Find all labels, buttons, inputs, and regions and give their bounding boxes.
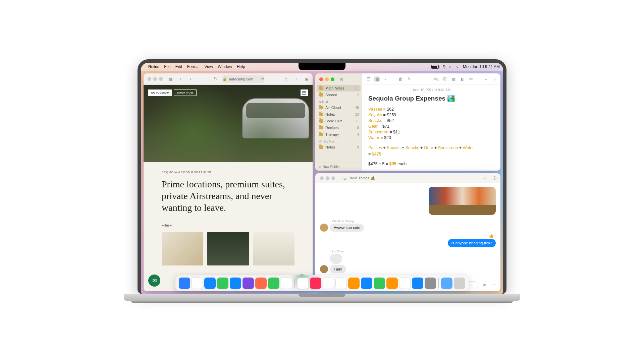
list-view-icon[interactable]: ☰ [366,76,371,82]
formula-division: $475 ÷ 5 = $95 each [368,162,494,166]
dock-app-icon[interactable] [297,278,309,289]
sidebar-toggle-icon[interactable]: ▤ [338,76,344,82]
sent-photo[interactable] [429,187,496,215]
back-button[interactable]: ‹ [177,75,184,83]
dock-app-icon[interactable] [374,278,385,289]
battery-status[interactable] [431,65,439,69]
dock-app-icon[interactable] [348,278,360,289]
link-icon[interactable]: ⚯ [468,76,474,82]
folder-shared[interactable]: Shared2 [315,92,362,98]
messages-header: To: Wild Things 🏕️ ▭ ⓘ [315,173,500,183]
more-icon[interactable]: » [483,76,488,82]
tabs-icon[interactable]: ▣ [303,75,310,83]
expense-line: Kayaks = $259 [368,113,494,117]
folder-recipes[interactable]: Recipes8 [315,124,362,131]
expense-line: Gear = $71 [368,124,494,129]
url-bar[interactable]: 🔒 autocamp.com ⟳ [222,75,265,83]
dock-app-icon[interactable] [425,278,436,289]
listing-thumb[interactable] [253,232,294,265]
share-icon[interactable]: ⇪ [282,75,290,83]
media-icon[interactable]: ◧ [460,76,465,82]
dock-app-icon[interactable] [361,278,372,289]
new-tab-icon[interactable]: + [292,75,300,83]
new-folder-button[interactable]: ⊕New Folder [315,163,362,171]
incoming-image[interactable] [330,254,342,264]
dock-app-icon[interactable] [441,278,452,289]
menu-file[interactable]: File [164,64,170,69]
dock-app-icon[interactable] [192,278,203,289]
listing-thumb[interactable] [207,232,249,265]
reload-icon[interactable]: ⟳ [261,77,264,81]
dock-app-icon[interactable] [323,278,334,289]
menu-help[interactable]: Help [237,64,245,69]
dock-app-icon[interactable] [386,278,398,289]
dock-app-icon[interactable] [399,278,411,289]
menubar-clock[interactable]: Mon Jun 10 9:41 AM [463,64,500,69]
menu-format[interactable]: Format [187,64,200,69]
menu-window[interactable]: Window [218,64,232,69]
dock-app-icon[interactable] [217,278,228,289]
trash-icon[interactable]: 🗑 [398,76,403,82]
menu-view[interactable]: View [204,64,213,69]
window-controls[interactable] [318,77,336,81]
menu-edit[interactable]: Edit [175,64,182,69]
conversation-name[interactable]: Wild Things 🏕️ [350,176,375,180]
chat-fab[interactable]: ✉ [148,275,160,287]
control-center-icon[interactable]: ⌥ [455,64,460,69]
incoming-message[interactable]: I am! [330,265,346,273]
folder-icon [319,119,323,123]
expense-line: Water = $20 [368,135,494,140]
dock-app-icon[interactable] [179,278,190,289]
folder-local-notes[interactable]: Notes9 [315,144,362,150]
dock-app-icon[interactable] [204,278,216,289]
folder-icon [319,106,323,109]
window-controls[interactable] [319,176,336,180]
dock-app-icon[interactable] [412,278,423,289]
hamburger-menu[interactable] [301,89,308,96]
spotlight-icon[interactable]: ⌕ [449,64,451,69]
dock-app-icon[interactable] [255,278,267,289]
info-icon[interactable]: ⓘ [492,176,497,181]
window-controls[interactable] [146,77,164,81]
audio-message-icon[interactable]: 〰 [490,283,497,288]
wifi-icon[interactable]: ⚲ [443,64,446,69]
site-logo[interactable]: AUTOCAMP [148,89,172,96]
folder-therapy[interactable]: Therapy4 [315,131,362,138]
incoming-message[interactable]: Awww soo cute [330,224,364,232]
tapback-reaction[interactable]: 👍 [489,234,494,238]
message-list[interactable]: Christine Huang Awww soo cute 👍 Is anyon… [315,183,500,279]
folder-all-icloud[interactable]: All iCloud46 [315,104,362,111]
dock-app-icon[interactable] [335,278,347,289]
dock-app-icon[interactable] [281,278,292,289]
grid-view-icon[interactable]: ▦ [374,76,380,82]
search-icon[interactable]: ⌕ [492,76,497,82]
note-content[interactable]: June 10, 2024 at 9:41 AM Sequoia Group E… [362,85,500,170]
folder-icon [319,126,323,129]
dock-app-icon[interactable] [230,278,241,289]
folder-book-club[interactable]: Book Club11 [315,118,362,124]
table-icon[interactable]: ▦ [451,76,456,82]
plus-circle-icon: ⊕ [319,165,321,169]
checklist-icon[interactable]: ☑ [442,76,447,82]
dock-app-icon[interactable] [268,278,279,289]
dock-app-icon[interactable] [310,278,321,289]
avatar[interactable] [320,265,328,273]
menu-app[interactable]: Notes [148,64,159,69]
back-icon[interactable]: ‹ [383,76,388,82]
compose-icon[interactable]: ✎ [407,76,412,82]
listing-thumb[interactable] [162,232,203,265]
facetime-icon[interactable]: ▭ [483,176,488,181]
book-now-button[interactable]: BOOK NOW [174,89,197,96]
outgoing-message[interactable]: Is anyone bringing film? [448,239,496,247]
folder-notes[interactable]: Notes23 [315,111,362,118]
format-icon[interactable]: Aa [433,76,439,82]
filter-button[interactable]: Filter ▾ [162,224,294,227]
forward-button[interactable]: › [187,75,194,83]
folder-math-notes[interactable]: Math Notes3 [317,85,361,92]
dock-app-icon[interactable] [243,278,254,289]
dictation-icon[interactable]: ⚑ [481,283,488,288]
dock-app-icon[interactable] [454,278,465,289]
avatar[interactable] [320,224,328,232]
sidebar-toggle-icon[interactable]: ▦ [167,75,174,83]
privacy-icon[interactable]: ⛉ [212,75,220,83]
